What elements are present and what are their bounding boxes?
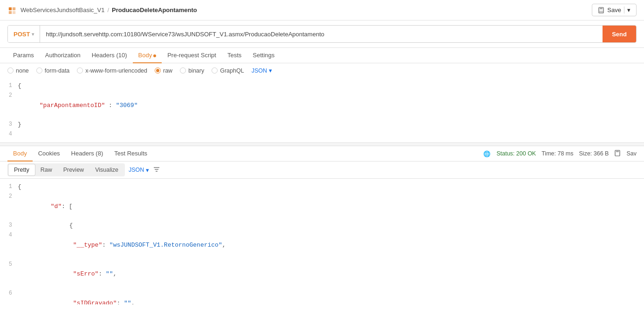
svg-rect-6	[599, 11, 603, 13]
size-text: Size: 366 B	[579, 150, 609, 157]
body-type-graphql[interactable]: GraphQL	[212, 67, 244, 74]
breadcrumb-current: ProducaoDeleteApontamento	[112, 7, 197, 13]
method-arrow: ▾	[32, 32, 34, 37]
resp-line-1: 1 {	[0, 182, 644, 192]
radio-formdata	[36, 67, 42, 74]
svg-rect-8	[616, 150, 619, 152]
request-body-editor[interactable]: 1 { 2 "parApontamentoID" : "3069" 3 } 4	[0, 78, 644, 142]
time-text: Time: 78 ms	[541, 150, 573, 157]
body-type-none[interactable]: none	[7, 67, 29, 74]
send-button[interactable]: Send	[603, 26, 636, 42]
save-button[interactable]: Save ▾	[592, 4, 637, 16]
response-body-editor: 1 { 2 "d": [ 3 { 4 "__type": "wsJUNDSOFT…	[0, 179, 644, 304]
req-line-2: 2 "parApontamentoID" : "3069"	[0, 91, 644, 120]
resp-line-4: 4 "__type": "wsJUNDSOFT_V1.RetornoGeneri…	[0, 231, 644, 260]
req-line-1: 1 {	[0, 81, 644, 91]
tab-headers[interactable]: Headers (10)	[86, 48, 133, 63]
req-line-4: 4	[0, 130, 644, 139]
resp-save-label: Sav	[626, 150, 637, 157]
svg-rect-1	[13, 7, 15, 10]
resp-format-select[interactable]: JSON ▾	[129, 167, 149, 174]
resp-line-5: 5 "sErro": "",	[0, 260, 644, 289]
resp-tab-headers[interactable]: Headers (8)	[66, 146, 109, 161]
request-tabs: Params Authorization Headers (10) Body P…	[0, 48, 644, 63]
save-icon	[598, 7, 604, 13]
top-bar: WebServicesJundsoftBasic_V1 / ProducaoDe…	[0, 0, 644, 20]
globe-icon: 🌐	[483, 150, 491, 157]
response-view-toolbar: Pretty Raw Preview Visualize JSON ▾	[0, 161, 644, 179]
body-type-raw[interactable]: raw	[155, 67, 172, 74]
view-tab-pretty[interactable]: Pretty	[8, 164, 35, 175]
response-tabs-bar: Body Cookies Headers (8) Test Results 🌐 …	[0, 146, 644, 161]
resp-line-6: 6 "sIDGravado": "",	[0, 289, 644, 304]
radio-graphql	[212, 67, 218, 74]
url-bar: POST ▾ Send	[7, 25, 637, 43]
view-tab-raw[interactable]: Raw	[35, 164, 58, 175]
request-section: POST ▾ Send	[0, 20, 644, 48]
radio-binary	[180, 67, 186, 74]
tab-settings[interactable]: Settings	[247, 48, 280, 63]
status-text: Status: 200 OK	[496, 150, 536, 157]
resp-line-3: 3 {	[0, 221, 644, 231]
svg-rect-0	[9, 7, 12, 10]
resp-save-icon[interactable]	[614, 150, 621, 158]
app-icon	[7, 6, 17, 15]
body-type-formdata[interactable]: form-data	[36, 67, 70, 74]
method-select[interactable]: POST ▾	[8, 26, 40, 42]
method-label: POST	[14, 31, 30, 38]
tab-prerequest[interactable]: Pre-request Script	[162, 48, 222, 63]
resp-tab-testresults[interactable]: Test Results	[109, 146, 153, 161]
svg-rect-5	[600, 7, 603, 9]
radio-raw	[155, 67, 161, 74]
body-type-urlencoded[interactable]: x-www-form-urlencoded	[77, 67, 147, 74]
json-format-select[interactable]: JSON ▾	[252, 67, 272, 74]
tab-tests[interactable]: Tests	[222, 48, 247, 63]
svg-rect-3	[13, 11, 15, 13]
radio-none	[7, 67, 14, 74]
view-tabs-group: Pretty Raw Preview Visualize	[7, 163, 125, 176]
view-tab-visualize[interactable]: Visualize	[89, 164, 124, 175]
filter-icon[interactable]	[153, 166, 160, 175]
body-type-binary[interactable]: binary	[180, 67, 204, 74]
view-tab-preview[interactable]: Preview	[58, 164, 89, 175]
save-dropdown-arrow[interactable]: ▾	[624, 7, 630, 13]
tab-body[interactable]: Body	[133, 48, 162, 63]
radio-urlencoded	[77, 67, 83, 74]
tab-authorization[interactable]: Authorization	[40, 48, 86, 63]
body-type-selector: none form-data x-www-form-urlencoded raw…	[0, 63, 644, 78]
breadcrumb: WebServicesJundsoftBasic_V1 / ProducaoDe…	[21, 7, 197, 13]
resp-line-2: 2 "d": [	[0, 192, 644, 221]
response-status-area: 🌐 Status: 200 OK Time: 78 ms Size: 366 B…	[483, 150, 637, 158]
breadcrumb-sep: /	[107, 7, 109, 13]
breadcrumb-app[interactable]: WebServicesJundsoftBasic_V1	[21, 7, 104, 13]
resp-tab-cookies[interactable]: Cookies	[33, 146, 66, 161]
req-line-3: 3 }	[0, 120, 644, 130]
response-tabs: Body Cookies Headers (8) Test Results	[7, 146, 153, 161]
breadcrumb-area: WebServicesJundsoftBasic_V1 / ProducaoDe…	[7, 6, 197, 15]
tab-params[interactable]: Params	[7, 48, 40, 63]
response-divider	[0, 142, 644, 146]
url-input[interactable]	[40, 31, 603, 38]
svg-rect-2	[9, 11, 12, 13]
resp-tab-body[interactable]: Body	[7, 146, 33, 161]
